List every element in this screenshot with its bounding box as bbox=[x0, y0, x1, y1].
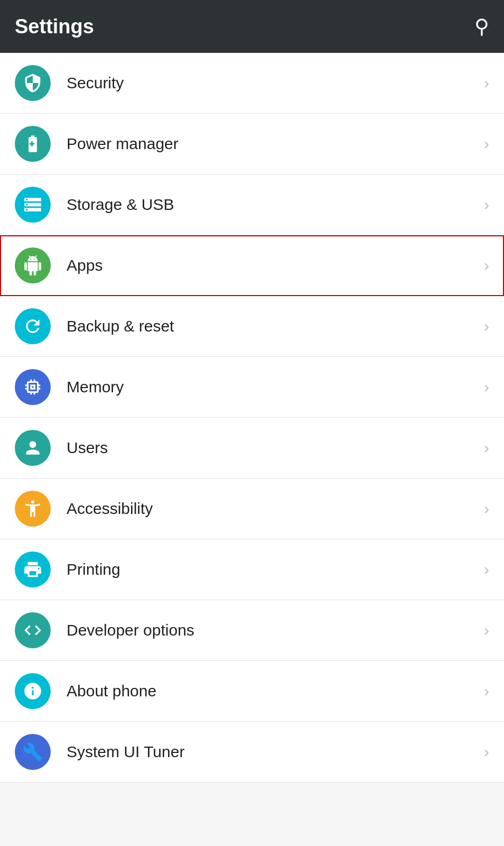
backup-reset-chevron: › bbox=[484, 317, 489, 335]
settings-item-backup-reset[interactable]: Backup & reset› bbox=[0, 296, 504, 357]
settings-item-apps[interactable]: Apps› bbox=[0, 235, 504, 296]
accessibility-label: Accessibility bbox=[67, 500, 479, 518]
settings-item-accessibility[interactable]: Accessibility› bbox=[0, 479, 504, 539]
system-ui-tuner-label: System UI Tuner bbox=[67, 743, 479, 761]
about-phone-chevron: › bbox=[484, 682, 489, 700]
header-title: Settings bbox=[15, 15, 94, 38]
accessibility-chevron: › bbox=[484, 500, 489, 518]
settings-item-storage-usb[interactable]: Storage & USB› bbox=[0, 174, 504, 235]
security-chevron: › bbox=[484, 74, 489, 92]
settings-item-power-manager[interactable]: Power manager› bbox=[0, 114, 504, 174]
apps-chevron: › bbox=[484, 256, 489, 274]
person-icon bbox=[15, 430, 51, 466]
settings-item-developer-options[interactable]: Developer options› bbox=[0, 600, 504, 661]
apps-label: Apps bbox=[67, 256, 479, 274]
system-ui-tuner-chevron: › bbox=[484, 743, 489, 761]
developer-options-chevron: › bbox=[484, 621, 489, 639]
memory-icon bbox=[15, 369, 51, 405]
battery-icon bbox=[15, 126, 51, 162]
search-icon[interactable]: ⚲ bbox=[474, 15, 489, 38]
developer-options-label: Developer options bbox=[67, 621, 479, 639]
storage-usb-label: Storage & USB bbox=[67, 196, 479, 214]
memory-label: Memory bbox=[67, 378, 479, 396]
shield-icon bbox=[15, 65, 51, 101]
memory-chevron: › bbox=[484, 378, 489, 396]
accessibility-icon bbox=[15, 491, 51, 527]
security-label: Security bbox=[67, 74, 479, 92]
users-chevron: › bbox=[484, 439, 489, 457]
settings-item-security[interactable]: Security› bbox=[0, 53, 504, 114]
printing-label: Printing bbox=[67, 560, 479, 578]
print-icon bbox=[15, 551, 51, 587]
about-phone-label: About phone bbox=[67, 682, 479, 700]
info-icon bbox=[15, 673, 51, 709]
refresh-icon bbox=[15, 308, 51, 344]
settings-item-memory[interactable]: Memory› bbox=[0, 357, 504, 418]
settings-list: Security›Power manager›Storage & USB›App… bbox=[0, 53, 504, 783]
settings-item-printing[interactable]: Printing› bbox=[0, 539, 504, 600]
settings-item-system-ui-tuner[interactable]: System UI Tuner› bbox=[0, 722, 504, 783]
storage-icon bbox=[15, 187, 51, 223]
users-label: Users bbox=[67, 439, 479, 457]
code-icon bbox=[15, 612, 51, 648]
wrench-icon bbox=[15, 734, 51, 770]
settings-item-about-phone[interactable]: About phone› bbox=[0, 661, 504, 722]
backup-reset-label: Backup & reset bbox=[67, 317, 479, 335]
printing-chevron: › bbox=[484, 560, 489, 578]
android-icon bbox=[15, 247, 51, 283]
settings-item-users[interactable]: Users› bbox=[0, 418, 504, 479]
power-manager-chevron: › bbox=[484, 135, 489, 153]
header: Settings ⚲ bbox=[0, 0, 504, 53]
power-manager-label: Power manager bbox=[67, 135, 479, 153]
storage-usb-chevron: › bbox=[484, 196, 489, 214]
